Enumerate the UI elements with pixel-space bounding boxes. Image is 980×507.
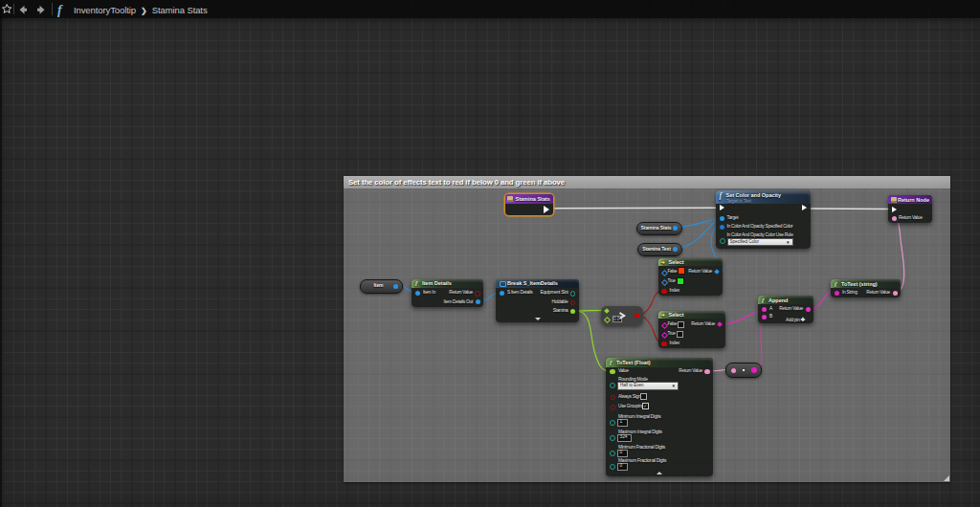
svg-text:f: f bbox=[57, 3, 63, 17]
